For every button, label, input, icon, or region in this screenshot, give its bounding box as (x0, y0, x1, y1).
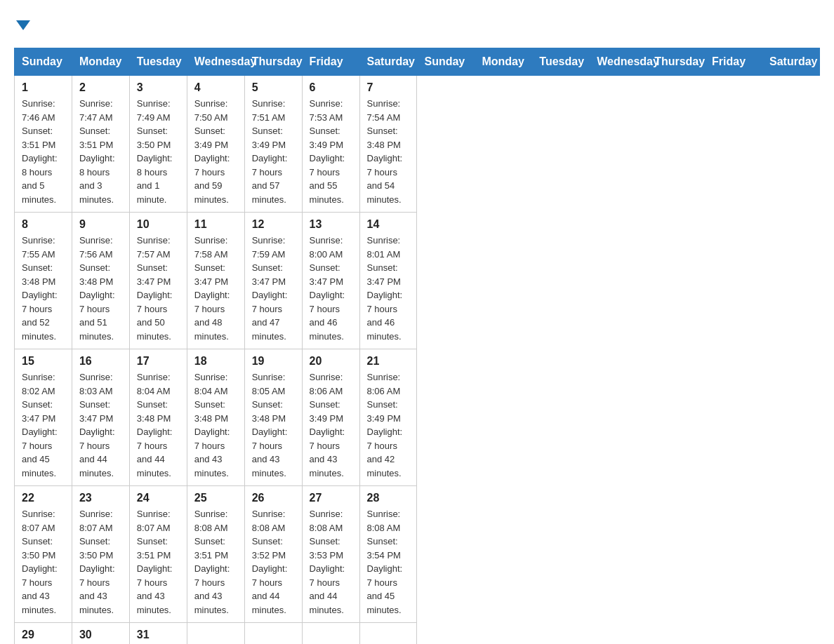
logo-triangle-icon (16, 20, 30, 30)
day-number: 26 (252, 492, 295, 504)
week-row-5: 29Sunrise: 8:08 AMSunset: 3:55 PMDayligh… (15, 623, 820, 645)
day-number: 28 (367, 492, 410, 504)
day-info: Sunrise: 8:04 AMSunset: 3:48 PMDaylight:… (194, 370, 237, 480)
calendar-cell: 5Sunrise: 7:51 AMSunset: 3:49 PMDaylight… (244, 76, 302, 213)
week-row-2: 8Sunrise: 7:55 AMSunset: 3:48 PMDaylight… (15, 213, 820, 349)
calendar-cell (187, 623, 244, 645)
calendar-cell: 24Sunrise: 8:07 AMSunset: 3:51 PMDayligh… (129, 486, 187, 623)
day-number: 19 (252, 355, 295, 368)
calendar-cell: 3Sunrise: 7:49 AMSunset: 3:50 PMDaylight… (129, 76, 187, 213)
calendar-cell: 23Sunrise: 8:07 AMSunset: 3:50 PMDayligh… (72, 486, 129, 623)
day-number: 27 (310, 492, 352, 504)
header-thursday: Thursday (244, 48, 302, 76)
day-number: 23 (79, 492, 122, 504)
day-info: Sunrise: 8:01 AMSunset: 3:47 PMDaylight:… (367, 234, 410, 343)
day-info: Sunrise: 8:08 AMSunset: 3:54 PMDaylight:… (367, 507, 410, 617)
day-number: 24 (137, 492, 180, 504)
header-friday: Friday (705, 48, 762, 76)
day-info: Sunrise: 8:00 AMSunset: 3:47 PMDaylight:… (310, 234, 352, 343)
day-info: Sunrise: 7:53 AMSunset: 3:49 PMDaylight:… (310, 97, 352, 206)
day-info: Sunrise: 8:08 AMSunset: 3:51 PMDaylight:… (194, 507, 237, 617)
header-sunday: Sunday (15, 48, 72, 76)
day-number: 10 (137, 218, 180, 231)
day-info: Sunrise: 7:58 AMSunset: 3:47 PMDaylight:… (194, 234, 237, 343)
calendar-cell (244, 623, 302, 645)
calendar-cell (359, 623, 417, 645)
day-number: 9 (79, 218, 122, 231)
calendar-cell: 31Sunrise: 8:08 AMSunset: 3:57 PMDayligh… (129, 623, 187, 645)
calendar-cell: 4Sunrise: 7:50 AMSunset: 3:49 PMDaylight… (187, 76, 244, 213)
day-info: Sunrise: 7:46 AMSunset: 3:51 PMDaylight:… (22, 97, 65, 206)
calendar-cell: 6Sunrise: 7:53 AMSunset: 3:49 PMDaylight… (302, 76, 359, 213)
day-number: 2 (79, 81, 122, 94)
calendar-cell: 14Sunrise: 8:01 AMSunset: 3:47 PMDayligh… (359, 213, 417, 349)
day-info: Sunrise: 7:56 AMSunset: 3:48 PMDaylight:… (79, 234, 122, 343)
header-monday: Monday (72, 48, 129, 76)
day-info: Sunrise: 7:49 AMSunset: 3:50 PMDaylight:… (137, 97, 180, 206)
calendar-cell: 29Sunrise: 8:08 AMSunset: 3:55 PMDayligh… (15, 623, 72, 645)
day-info: Sunrise: 7:51 AMSunset: 3:49 PMDaylight:… (252, 97, 295, 206)
day-number: 14 (367, 218, 410, 231)
calendar-cell: 15Sunrise: 8:02 AMSunset: 3:47 PMDayligh… (15, 349, 72, 486)
day-number: 4 (194, 81, 237, 94)
logo (14, 14, 30, 34)
day-number: 17 (137, 355, 180, 368)
day-info: Sunrise: 7:50 AMSunset: 3:49 PMDaylight:… (194, 97, 237, 206)
calendar-cell: 7Sunrise: 7:54 AMSunset: 3:48 PMDaylight… (359, 76, 417, 213)
calendar-cell: 30Sunrise: 8:08 AMSunset: 3:56 PMDayligh… (72, 623, 129, 645)
day-number: 21 (367, 355, 410, 368)
calendar-cell: 26Sunrise: 8:08 AMSunset: 3:52 PMDayligh… (244, 486, 302, 623)
header-sunday: Sunday (417, 48, 475, 76)
day-info: Sunrise: 8:07 AMSunset: 3:51 PMDaylight:… (137, 507, 180, 617)
calendar-table: SundayMondayTuesdayWednesdayThursdayFrid… (14, 48, 820, 644)
page-header (14, 14, 820, 34)
calendar-cell: 9Sunrise: 7:56 AMSunset: 3:48 PMDaylight… (72, 213, 129, 349)
day-info: Sunrise: 7:57 AMSunset: 3:47 PMDaylight:… (137, 234, 180, 343)
day-info: Sunrise: 7:54 AMSunset: 3:48 PMDaylight:… (367, 97, 410, 206)
calendar-cell: 16Sunrise: 8:03 AMSunset: 3:47 PMDayligh… (72, 349, 129, 486)
header-saturday: Saturday (359, 48, 417, 76)
day-number: 16 (79, 355, 122, 368)
calendar-cell: 28Sunrise: 8:08 AMSunset: 3:54 PMDayligh… (359, 486, 417, 623)
day-number: 3 (137, 81, 180, 94)
calendar-cell: 1Sunrise: 7:46 AMSunset: 3:51 PMDaylight… (15, 76, 72, 213)
header-wednesday: Wednesday (590, 48, 647, 76)
day-number: 29 (22, 629, 65, 641)
day-number: 11 (194, 218, 237, 231)
calendar-cell: 21Sunrise: 8:06 AMSunset: 3:49 PMDayligh… (359, 349, 417, 486)
day-number: 6 (310, 81, 352, 94)
header-saturday: Saturday (762, 48, 819, 76)
header-wednesday: Wednesday (187, 48, 244, 76)
day-number: 25 (194, 492, 237, 504)
calendar-cell: 10Sunrise: 7:57 AMSunset: 3:47 PMDayligh… (129, 213, 187, 349)
day-info: Sunrise: 7:59 AMSunset: 3:47 PMDaylight:… (252, 234, 295, 343)
header-monday: Monday (475, 48, 532, 76)
week-row-3: 15Sunrise: 8:02 AMSunset: 3:47 PMDayligh… (15, 349, 820, 486)
calendar-cell: 18Sunrise: 8:04 AMSunset: 3:48 PMDayligh… (187, 349, 244, 486)
header-row: SundayMondayTuesdayWednesdayThursdayFrid… (15, 48, 820, 76)
day-number: 13 (310, 218, 352, 231)
day-number: 8 (22, 218, 65, 231)
header-tuesday: Tuesday (129, 48, 187, 76)
header-tuesday: Tuesday (532, 48, 590, 76)
calendar-cell (302, 623, 359, 645)
day-info: Sunrise: 8:02 AMSunset: 3:47 PMDaylight:… (22, 370, 65, 480)
calendar-cell: 12Sunrise: 7:59 AMSunset: 3:47 PMDayligh… (244, 213, 302, 349)
day-number: 15 (22, 355, 65, 368)
day-number: 18 (194, 355, 237, 368)
day-number: 30 (79, 629, 122, 641)
header-friday: Friday (302, 48, 359, 76)
day-info: Sunrise: 8:06 AMSunset: 3:49 PMDaylight:… (310, 370, 352, 480)
calendar-cell: 19Sunrise: 8:05 AMSunset: 3:48 PMDayligh… (244, 349, 302, 486)
calendar-cell: 27Sunrise: 8:08 AMSunset: 3:53 PMDayligh… (302, 486, 359, 623)
day-number: 31 (137, 629, 180, 641)
logo-blue-text (14, 14, 30, 34)
header-thursday: Thursday (647, 48, 705, 76)
day-info: Sunrise: 8:04 AMSunset: 3:48 PMDaylight:… (137, 370, 180, 480)
day-info: Sunrise: 7:55 AMSunset: 3:48 PMDaylight:… (22, 234, 65, 343)
day-number: 22 (22, 492, 65, 504)
day-number: 7 (367, 81, 410, 94)
day-info: Sunrise: 8:08 AMSunset: 3:52 PMDaylight:… (252, 507, 295, 617)
day-number: 20 (310, 355, 352, 368)
calendar-cell: 22Sunrise: 8:07 AMSunset: 3:50 PMDayligh… (15, 486, 72, 623)
